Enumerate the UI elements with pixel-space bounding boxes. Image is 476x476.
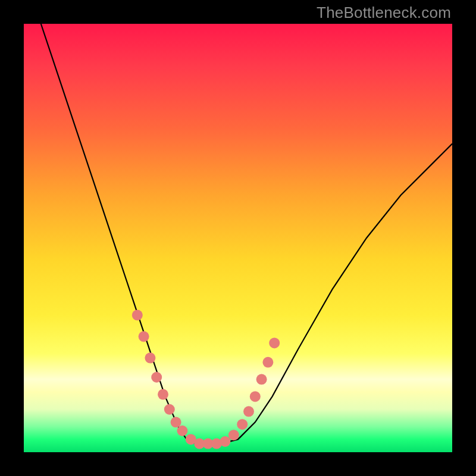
marker-dot	[132, 310, 143, 321]
curve-svg	[24, 24, 452, 452]
marker-dot	[164, 404, 175, 415]
chart-container: TheBottleneck.com	[0, 0, 476, 476]
marker-dot	[243, 406, 254, 417]
marker-dot	[228, 430, 239, 440]
marker-dot	[262, 357, 273, 368]
marker-dot	[139, 331, 149, 342]
marker-dot	[269, 337, 280, 348]
plot-area	[24, 24, 452, 452]
marker-dot	[237, 419, 248, 430]
marker-dot	[151, 372, 162, 383]
marker-dot	[145, 353, 155, 364]
marker-dots-group	[132, 310, 280, 449]
watermark-text: TheBottleneck.com	[317, 4, 451, 22]
marker-dot	[171, 417, 181, 428]
bottleneck-curve	[41, 24, 452, 444]
marker-dot	[250, 391, 261, 402]
marker-dot	[177, 425, 187, 436]
marker-dot	[256, 374, 267, 385]
marker-dot	[158, 389, 168, 400]
marker-dot	[220, 436, 230, 447]
